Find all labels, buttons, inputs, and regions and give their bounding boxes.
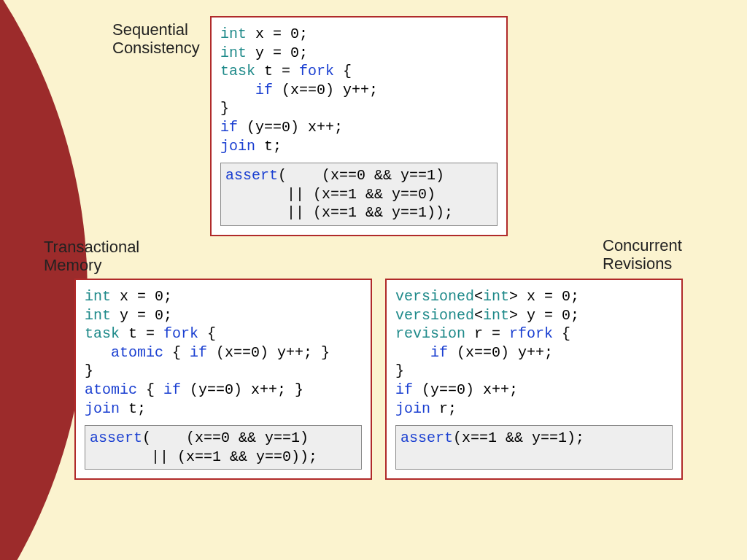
code-line: if (x==0) y++; <box>395 343 673 362</box>
code-line: if (x==0) y++; <box>220 81 498 100</box>
code-line: } <box>395 362 673 381</box>
code-line: atomic { if (x==0) y++; } <box>85 343 362 362</box>
code-line: versioned<int> x = 0; <box>395 287 673 306</box>
label-transactional-memory: TransactionalMemory <box>44 238 139 275</box>
assert-box: assert(x==1 && y==1); <box>395 425 673 470</box>
assert-line: || (x==1 && y==1)); <box>225 203 492 222</box>
code-line: } <box>85 362 362 381</box>
assert-box: assert( (x==0 && y==1) || (x==1 && y==0)… <box>220 163 498 226</box>
code-line: atomic { if (y==0) x++; } <box>85 381 362 400</box>
code-line: join t; <box>85 400 362 419</box>
code-line: task t = fork { <box>85 324 362 343</box>
code-line: if (y==0) x++; <box>220 118 498 137</box>
code-box-sequential: int x = 0; int y = 0; task t = fork { if… <box>210 16 508 236</box>
assert-box: assert( (x==0 && y==1) || (x==1 && y==0)… <box>85 425 362 470</box>
code-line: } <box>220 99 498 118</box>
code-line: join t; <box>220 137 498 156</box>
code-line: revision r = rfork { <box>395 324 673 343</box>
label-concurrent-revisions: ConcurrentRevisions <box>603 236 682 273</box>
assert-line: assert(x==1 && y==1); <box>400 429 667 448</box>
assert-line <box>400 448 667 467</box>
code-line: int y = 0; <box>220 44 498 63</box>
assert-line: || (x==1 && y==0) <box>225 185 492 204</box>
code-line: join r; <box>395 400 673 419</box>
code-line: versioned<int> y = 0; <box>395 306 673 325</box>
assert-line: || (x==1 && y==0)); <box>90 448 357 467</box>
label-sequential-consistency: SequentialConsistency <box>112 20 200 58</box>
code-box-transactional: int x = 0; int y = 0; task t = fork { at… <box>74 279 372 480</box>
code-line: int x = 0; <box>220 25 498 44</box>
assert-line: assert( (x==0 && y==1) <box>225 166 492 185</box>
assert-line: assert( (x==0 && y==1) <box>90 429 357 448</box>
code-line: if (y==0) x++; <box>395 381 673 400</box>
code-line: int x = 0; <box>85 287 362 306</box>
code-box-concurrent: versioned<int> x = 0; versioned<int> y =… <box>385 279 683 480</box>
code-line: task t = fork { <box>220 62 498 81</box>
code-line: int y = 0; <box>85 306 362 325</box>
